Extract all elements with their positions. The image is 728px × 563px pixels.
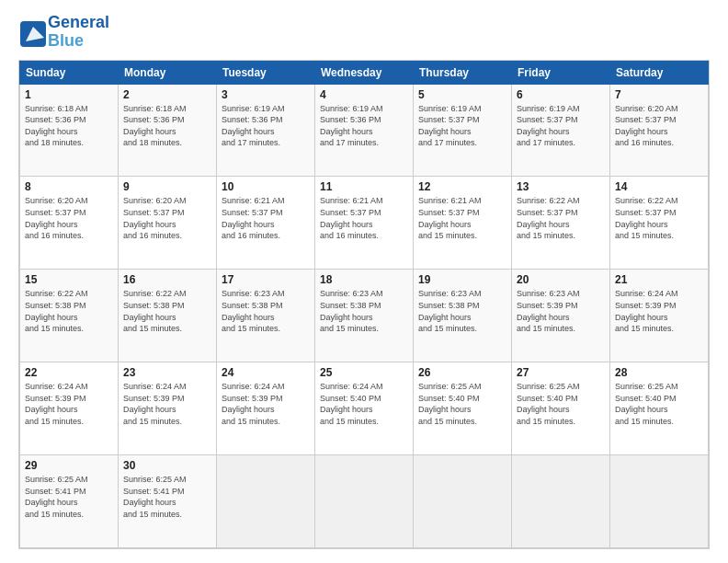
table-row: 26 Sunrise: 6:25 AM Sunset: 5:40 PM Dayl… (414, 362, 512, 455)
day-number: 29 (25, 459, 113, 472)
table-row (512, 455, 610, 548)
table-row: 4 Sunrise: 6:19 AM Sunset: 5:36 PM Dayli… (315, 84, 414, 177)
day-number: 14 (615, 180, 703, 193)
day-info: Sunrise: 6:24 AM Sunset: 5:40 PM Dayligh… (320, 381, 408, 427)
day-number: 16 (123, 273, 211, 286)
table-row (217, 455, 315, 548)
day-number: 7 (615, 88, 703, 101)
table-row (610, 455, 709, 548)
day-info: Sunrise: 6:22 AM Sunset: 5:37 PM Dayligh… (517, 195, 605, 241)
table-row: 30 Sunrise: 6:25 AM Sunset: 5:41 PM Dayl… (119, 455, 217, 548)
day-number: 8 (25, 180, 113, 193)
table-row: 20 Sunrise: 6:23 AM Sunset: 5:39 PM Dayl… (512, 270, 610, 362)
day-number: 20 (517, 273, 605, 286)
day-info: Sunrise: 6:19 AM Sunset: 5:37 PM Dayligh… (517, 103, 605, 149)
table-row: 3 Sunrise: 6:19 AM Sunset: 5:36 PM Dayli… (217, 84, 315, 177)
day-info: Sunrise: 6:24 AM Sunset: 5:39 PM Dayligh… (615, 288, 703, 334)
table-row: 25 Sunrise: 6:24 AM Sunset: 5:40 PM Dayl… (315, 362, 414, 455)
day-number: 19 (418, 273, 506, 286)
day-number: 15 (25, 273, 113, 286)
day-info: Sunrise: 6:25 AM Sunset: 5:41 PM Dayligh… (25, 474, 113, 520)
table-row: 13 Sunrise: 6:22 AM Sunset: 5:37 PM Dayl… (512, 177, 610, 270)
table-row: 7 Sunrise: 6:20 AM Sunset: 5:37 PM Dayli… (610, 84, 709, 177)
day-number: 23 (123, 366, 211, 379)
weekday-header: Wednesday (315, 61, 414, 84)
day-info: Sunrise: 6:19 AM Sunset: 5:36 PM Dayligh… (320, 103, 408, 149)
weekday-header: Saturday (610, 61, 709, 84)
table-row: 24 Sunrise: 6:24 AM Sunset: 5:39 PM Dayl… (217, 362, 315, 455)
table-row: 16 Sunrise: 6:22 AM Sunset: 5:38 PM Dayl… (119, 270, 217, 362)
day-info: Sunrise: 6:20 AM Sunset: 5:37 PM Dayligh… (123, 195, 211, 241)
day-info: Sunrise: 6:24 AM Sunset: 5:39 PM Dayligh… (222, 381, 310, 427)
day-info: Sunrise: 6:23 AM Sunset: 5:38 PM Dayligh… (320, 288, 408, 334)
table-row: 17 Sunrise: 6:23 AM Sunset: 5:38 PM Dayl… (217, 270, 315, 362)
day-number: 5 (418, 88, 506, 101)
table-row: 19 Sunrise: 6:23 AM Sunset: 5:38 PM Dayl… (414, 270, 512, 362)
day-number: 6 (517, 88, 605, 101)
table-row: 28 Sunrise: 6:25 AM Sunset: 5:40 PM Dayl… (610, 362, 709, 455)
table-row: 11 Sunrise: 6:21 AM Sunset: 5:37 PM Dayl… (315, 177, 414, 270)
day-info: Sunrise: 6:22 AM Sunset: 5:38 PM Dayligh… (25, 288, 113, 334)
day-info: Sunrise: 6:23 AM Sunset: 5:38 PM Dayligh… (418, 288, 506, 334)
table-row: 1 Sunrise: 6:18 AM Sunset: 5:36 PM Dayli… (20, 84, 119, 177)
logo-icon (18, 19, 44, 45)
day-number: 21 (615, 273, 703, 286)
table-row: 12 Sunrise: 6:21 AM Sunset: 5:37 PM Dayl… (414, 177, 512, 270)
day-info: Sunrise: 6:25 AM Sunset: 5:40 PM Dayligh… (615, 381, 703, 427)
weekday-header: Friday (512, 61, 610, 84)
day-info: Sunrise: 6:21 AM Sunset: 5:37 PM Dayligh… (418, 195, 506, 241)
day-info: Sunrise: 6:22 AM Sunset: 5:38 PM Dayligh… (123, 288, 211, 334)
day-number: 25 (320, 366, 408, 379)
table-row: 2 Sunrise: 6:18 AM Sunset: 5:36 PM Dayli… (119, 84, 217, 177)
table-row: 23 Sunrise: 6:24 AM Sunset: 5:39 PM Dayl… (119, 362, 217, 455)
day-info: Sunrise: 6:25 AM Sunset: 5:41 PM Dayligh… (123, 474, 211, 520)
logo-text: General Blue (48, 14, 109, 51)
day-info: Sunrise: 6:24 AM Sunset: 5:39 PM Dayligh… (25, 381, 113, 427)
day-number: 3 (222, 88, 310, 101)
weekday-header: Monday (119, 61, 217, 84)
table-row (414, 455, 512, 548)
day-number: 18 (320, 273, 408, 286)
day-number: 28 (615, 366, 703, 379)
day-info: Sunrise: 6:19 AM Sunset: 5:37 PM Dayligh… (418, 103, 506, 149)
day-number: 10 (222, 180, 310, 193)
day-info: Sunrise: 6:25 AM Sunset: 5:40 PM Dayligh… (418, 381, 506, 427)
weekday-header: Thursday (414, 61, 512, 84)
day-info: Sunrise: 6:21 AM Sunset: 5:37 PM Dayligh… (320, 195, 408, 241)
table-row: 27 Sunrise: 6:25 AM Sunset: 5:40 PM Dayl… (512, 362, 610, 455)
day-info: Sunrise: 6:18 AM Sunset: 5:36 PM Dayligh… (123, 103, 211, 149)
day-number: 4 (320, 88, 408, 101)
day-number: 26 (418, 366, 506, 379)
day-info: Sunrise: 6:23 AM Sunset: 5:38 PM Dayligh… (222, 288, 310, 334)
day-info: Sunrise: 6:20 AM Sunset: 5:37 PM Dayligh… (615, 103, 703, 149)
day-info: Sunrise: 6:20 AM Sunset: 5:37 PM Dayligh… (25, 195, 113, 241)
day-number: 9 (123, 180, 211, 193)
day-number: 17 (222, 273, 310, 286)
day-number: 13 (517, 180, 605, 193)
weekday-header: Tuesday (217, 61, 315, 84)
day-info: Sunrise: 6:18 AM Sunset: 5:36 PM Dayligh… (25, 103, 113, 149)
table-row: 5 Sunrise: 6:19 AM Sunset: 5:37 PM Dayli… (414, 84, 512, 177)
day-info: Sunrise: 6:21 AM Sunset: 5:37 PM Dayligh… (222, 195, 310, 241)
table-row: 18 Sunrise: 6:23 AM Sunset: 5:38 PM Dayl… (315, 270, 414, 362)
weekday-header: Sunday (20, 61, 119, 84)
day-info: Sunrise: 6:22 AM Sunset: 5:37 PM Dayligh… (615, 195, 703, 241)
table-row: 29 Sunrise: 6:25 AM Sunset: 5:41 PM Dayl… (20, 455, 119, 548)
day-number: 24 (222, 366, 310, 379)
day-number: 22 (25, 366, 113, 379)
day-number: 11 (320, 180, 408, 193)
table-row: 21 Sunrise: 6:24 AM Sunset: 5:39 PM Dayl… (610, 270, 709, 362)
day-number: 1 (25, 88, 113, 101)
table-row: 22 Sunrise: 6:24 AM Sunset: 5:39 PM Dayl… (20, 362, 119, 455)
table-row: 9 Sunrise: 6:20 AM Sunset: 5:37 PM Dayli… (119, 177, 217, 270)
table-row (315, 455, 414, 548)
table-row: 6 Sunrise: 6:19 AM Sunset: 5:37 PM Dayli… (512, 84, 610, 177)
day-info: Sunrise: 6:24 AM Sunset: 5:39 PM Dayligh… (123, 381, 211, 427)
logo: General Blue (18, 14, 109, 51)
day-number: 2 (123, 88, 211, 101)
day-info: Sunrise: 6:25 AM Sunset: 5:40 PM Dayligh… (517, 381, 605, 427)
table-row: 10 Sunrise: 6:21 AM Sunset: 5:37 PM Dayl… (217, 177, 315, 270)
calendar: SundayMondayTuesdayWednesdayThursdayFrid… (18, 60, 710, 549)
day-number: 12 (418, 180, 506, 193)
table-row: 8 Sunrise: 6:20 AM Sunset: 5:37 PM Dayli… (20, 177, 119, 270)
